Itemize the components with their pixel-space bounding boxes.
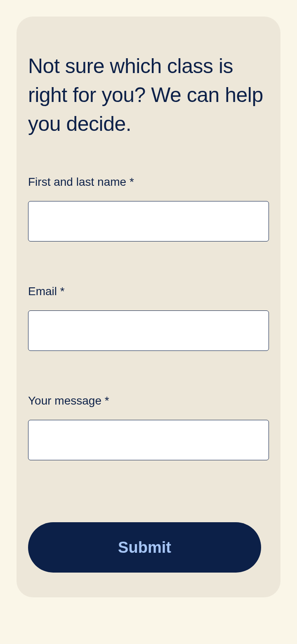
name-field-label: First and last name * [28, 175, 269, 189]
email-field-group: Email * [28, 285, 269, 351]
message-field-label: Your message * [28, 394, 269, 407]
contact-form-card: Not sure which class is right for you? W… [16, 17, 280, 597]
name-field-group: First and last name * [28, 175, 269, 242]
email-field-label: Email * [28, 285, 269, 298]
message-field-group: Your message * [28, 394, 269, 460]
name-input[interactable] [28, 201, 269, 242]
form-heading: Not sure which class is right for you? W… [28, 52, 269, 138]
submit-button[interactable]: Submit [28, 522, 261, 573]
message-input[interactable] [28, 420, 269, 460]
email-input[interactable] [28, 310, 269, 351]
